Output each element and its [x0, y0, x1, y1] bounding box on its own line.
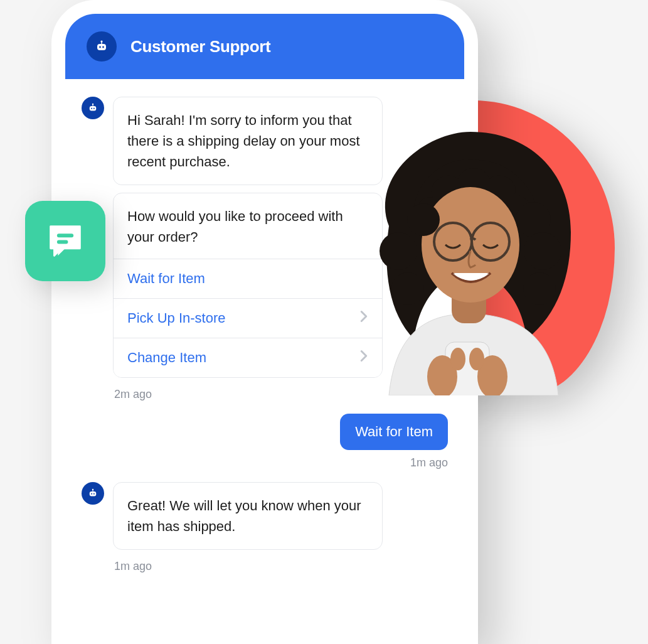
svg-rect-6 [92, 105, 93, 106]
svg-point-8 [91, 108, 92, 109]
user-message-bubble: Wait for Item [340, 414, 448, 450]
timestamp: 1m ago [410, 456, 448, 470]
svg-rect-7 [90, 106, 97, 111]
svg-rect-16 [57, 233, 73, 237]
svg-point-25 [524, 232, 561, 270]
bot-message-bubble: Hi Sarah! I'm sorry to inform you that t… [113, 97, 383, 185]
bot-avatar-icon [87, 31, 117, 62]
user-message-row: Wait for Item 1m ago [82, 414, 448, 470]
svg-point-32 [450, 348, 465, 370]
option-label: Change Item [127, 350, 206, 366]
svg-rect-11 [92, 490, 93, 491]
svg-point-3 [99, 46, 101, 48]
svg-point-13 [91, 493, 92, 495]
bot-avatar-icon [82, 482, 104, 505]
svg-point-26 [380, 232, 417, 270]
option-label: Wait for Item [127, 271, 205, 287]
svg-point-14 [93, 493, 95, 495]
chat-header: Customer Support [65, 14, 464, 79]
option-label: Pick Up In-store [127, 310, 226, 326]
bot-avatar-icon [82, 97, 104, 119]
timestamp: 1m ago [113, 560, 448, 573]
svg-point-33 [469, 348, 484, 370]
svg-rect-2 [97, 44, 106, 50]
svg-point-24 [516, 202, 551, 237]
option-pick-up-in-store[interactable]: Pick Up In-store [114, 298, 382, 338]
svg-point-9 [93, 108, 95, 109]
svg-rect-12 [90, 491, 97, 496]
chat-bubble-icon [25, 201, 105, 281]
bot-message-bubble: Great! We will let you know when your it… [113, 482, 383, 550]
option-wait-for-item[interactable]: Wait for Item [114, 259, 382, 298]
bot-message-row: Great! We will let you know when your it… [82, 482, 448, 573]
svg-point-4 [102, 46, 104, 48]
svg-rect-1 [101, 42, 102, 44]
option-change-item[interactable]: Change Item [114, 338, 382, 377]
svg-point-27 [391, 272, 424, 305]
chat-title: Customer Support [130, 37, 270, 56]
svg-point-28 [523, 272, 556, 305]
option-question: How would you like to proceed with your … [114, 193, 382, 259]
user-photo [351, 126, 583, 395]
option-panel: How would you like to proceed with your … [113, 193, 383, 378]
svg-point-23 [407, 203, 440, 236]
svg-rect-17 [57, 240, 68, 244]
